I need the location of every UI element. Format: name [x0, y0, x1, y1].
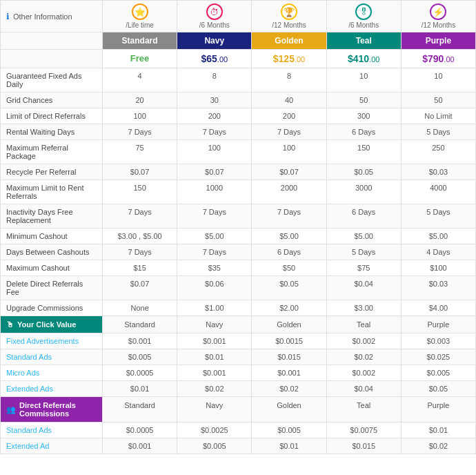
click-icon: 🖱 [6, 320, 14, 329]
table-row: Guaranteed Fixed Ads Daily4881010 [0, 68, 476, 93]
row-label: Maximum Limit to Rent Referrals [1, 180, 103, 204]
row-value: $5.00 [401, 229, 475, 244]
row-value: 4 [103, 68, 177, 92]
dr-sub-label: Standard Ads [1, 423, 103, 438]
row-value: $50 [252, 260, 326, 275]
navy-name-cell: Navy [177, 32, 252, 49]
row-value: $2.00 [252, 300, 326, 316]
click-value-label: Your Click Value [17, 320, 76, 329]
data-rows-container: Guaranteed Fixed Ads Daily4881010Grid Ch… [0, 68, 476, 316]
row-value: None [103, 300, 177, 316]
teal-price-dec: .00 [369, 55, 379, 64]
row-label: Rental Waiting Days [1, 124, 103, 139]
row-value: 7 Days [103, 204, 177, 228]
row-value: 150 [103, 180, 177, 204]
row-value: 7 Days [177, 124, 252, 139]
row-value: 4 Days [401, 244, 475, 260]
standard-icon-cell: ⭐ /Life time [103, 1, 177, 32]
teal-name-cell: Teal [327, 32, 401, 49]
row-value: $35 [177, 260, 252, 275]
row-value: 6 Days [252, 244, 326, 260]
row-label: Delete Direct Referrals Fee [1, 276, 103, 300]
dr-sub-value: $0.001 [103, 438, 177, 454]
golden-price-cell: $125.00 [252, 50, 326, 68]
cv-sub-value: $0.003 [401, 333, 475, 349]
row-value: $4.00 [401, 300, 475, 316]
cv-sub-value: $0.025 [401, 349, 475, 365]
row-value: 200 [177, 108, 252, 124]
purple-icon-cell: ⚡ /12 Months [401, 1, 475, 32]
teal-icon-cell: 🎖 /6 Months [327, 1, 401, 32]
row-value: $0.03 [401, 276, 475, 300]
dr-teal-plan: Teal [327, 397, 401, 422]
dr-label: Direct Referrals Commissions [19, 401, 97, 418]
row-value: 6 Days [327, 124, 401, 139]
row-value: $0.04 [327, 276, 401, 300]
purple-name-cell: Purple [401, 32, 475, 49]
row-value: $5.00 [327, 229, 401, 244]
golden-period: /12 Months [272, 21, 306, 29]
row-value: 50 [401, 93, 475, 108]
row-value: $75 [327, 260, 401, 275]
row-value: 6 Days [327, 204, 401, 228]
people-icon: 👥 [6, 405, 16, 414]
row-value: 40 [252, 93, 326, 108]
cv-sub-label: Standard Ads [1, 349, 103, 365]
cv-sub-value: $0.001 [177, 365, 252, 380]
cv-sub-value: $0.02 [327, 349, 401, 365]
cv-sub-value: $0.05 [401, 381, 475, 396]
table-row: Inactivity Days Free Replacement7 Days7 … [0, 204, 476, 229]
dr-golden-plan: Golden [252, 397, 326, 422]
table-row: Maximum Cashout$15$35$50$75$100 [0, 260, 476, 276]
row-value: $0.07 [103, 164, 177, 180]
row-value: 200 [252, 108, 326, 124]
teal-price-main: $410 [348, 53, 369, 64]
row-value: $0.05 [252, 276, 326, 300]
row-value: $0.07 [103, 276, 177, 300]
teal-period: /6 Months [348, 21, 379, 29]
click-value-rows: Fixed Advertisements$0.001$0.001$0.0015$… [0, 333, 476, 397]
list-item: Extended Ads$0.01$0.02$0.02$0.04$0.05 [0, 381, 476, 397]
cv-sub-value: $0.0005 [103, 365, 177, 380]
plan-names-row: Standard Navy Golden Teal Purple [0, 32, 476, 50]
golden-icon-cell: 🏆 /12 Months [252, 1, 326, 32]
row-label: Guaranteed Fixed Ads Daily [1, 68, 103, 92]
header-label-cell: ℹ Other Information [1, 1, 103, 32]
table-row: Limit of Direct Referrals100200200300No … [0, 108, 476, 124]
cv-sub-value: $0.015 [252, 349, 326, 365]
dr-sub-value: $0.005 [252, 423, 326, 438]
table-row: Maximum Limit to Rent Referrals150100020… [0, 180, 476, 204]
row-value: 75 [103, 140, 177, 164]
table-row: Rental Waiting Days7 Days7 Days7 Days6 D… [0, 124, 476, 140]
row-label: Days Between Cashouts [1, 244, 103, 260]
row-value: $5.00 [177, 229, 252, 244]
table-row: Recycle Per Referral$0.07$0.07$0.07$0.05… [0, 164, 476, 180]
row-value: $3.00 , $5.00 [103, 229, 177, 244]
row-value: $0.07 [252, 164, 326, 180]
purple-period: /12 Months [422, 21, 455, 29]
click-value-header: 🖱 Your Click Value Standard Navy Golden … [0, 316, 476, 333]
row-value: 10 [327, 68, 401, 92]
cv-sub-label: Fixed Advertisements [1, 333, 103, 349]
dr-navy-plan: Navy [177, 397, 252, 422]
row-value: $0.07 [177, 164, 252, 180]
row-value: 100 [103, 108, 177, 124]
dr-sub-value: $0.0025 [177, 423, 252, 438]
cv-sub-value: $0.001 [103, 333, 177, 349]
dr-sub-value: $0.01 [252, 438, 326, 454]
row-value: 20 [103, 93, 177, 108]
row-label: Inactivity Days Free Replacement [1, 204, 103, 228]
row-value: 7 Days [103, 244, 177, 260]
standard-period: /Life time [126, 21, 154, 29]
list-item: Extended Ad$0.001$0.005$0.01$0.015$0.02 [0, 438, 476, 454]
navy-icon: ⏱ [206, 3, 223, 20]
row-value: 7 Days [252, 124, 326, 139]
navy-price-main: $65 [201, 53, 217, 64]
table-row: Upgrade CommissionsNone$1.00$2.00$3.00$4… [0, 300, 476, 316]
cv-sub-value: $0.002 [327, 333, 401, 349]
table-row: Maximum Referral Package75100100150250 [0, 140, 476, 164]
row-label: Maximum Cashout [1, 260, 103, 275]
cv-sub-value: $0.02 [252, 381, 326, 396]
row-value: $3.00 [327, 300, 401, 316]
row-value: 100 [177, 140, 252, 164]
